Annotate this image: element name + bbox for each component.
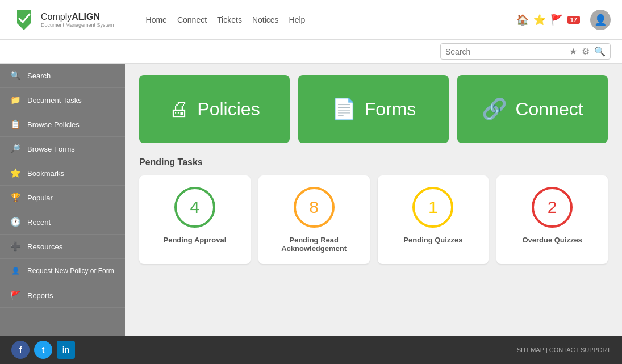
- forms-card[interactable]: 📄 Forms: [298, 75, 449, 143]
- task-card-pending-approval[interactable]: 4 Pending Approval: [139, 175, 251, 264]
- sidebar-item-request-new[interactable]: 👤 Request New Policy or Form: [0, 259, 125, 283]
- main-layout: 🔍 Search 📁 Document Tasks 📋 Browse Polic…: [0, 64, 622, 336]
- nav-connect[interactable]: Connect: [177, 15, 207, 24]
- sidebar-item-resources[interactable]: ➕ Resources: [0, 235, 125, 259]
- reports-icon: 🚩: [9, 289, 22, 302]
- task-card-overdue-quizzes[interactable]: 2 Overdue Quizzes: [496, 175, 608, 264]
- sidebar-item-document-tasks[interactable]: 📁 Document Tasks: [0, 88, 125, 112]
- browse-forms-icon: 🔎: [9, 143, 22, 155]
- sidebar-label-popular: Popular: [27, 194, 53, 202]
- bookmarks-icon: ⭐: [9, 167, 22, 179]
- home-icon[interactable]: 🏠: [516, 14, 529, 26]
- task-card-pending-read[interactable]: 8 Pending Read Acknowledgement: [258, 175, 370, 264]
- logo-text: ComplyALIGN: [41, 12, 114, 22]
- sidebar-label-recent: Recent: [27, 218, 51, 227]
- avatar[interactable]: 👤: [590, 10, 611, 30]
- facebook-icon[interactable]: f: [11, 341, 30, 359]
- resources-icon: ➕: [9, 240, 22, 253]
- content-area: 🖨 Policies 📄 Forms 🔗 Connect Pending Tas…: [125, 64, 622, 336]
- flag-icon[interactable]: 🚩: [550, 14, 563, 26]
- sidebar: 🔍 Search 📁 Document Tasks 📋 Browse Polic…: [0, 64, 125, 336]
- footer: f t in SITEMAP | CONTACT SUPPORT: [0, 336, 622, 364]
- sidebar-label-browse-policies: Browse Policies: [27, 120, 80, 129]
- sidebar-item-reports[interactable]: 🚩 Reports: [0, 283, 125, 308]
- label-pending-read: Pending Read Acknowledgement: [281, 236, 347, 253]
- star-icon[interactable]: ⭐: [533, 14, 546, 26]
- search-input[interactable]: [445, 47, 569, 56]
- circle-pending-read: 8: [294, 187, 335, 228]
- document-tasks-icon: 📁: [9, 94, 22, 106]
- connect-card[interactable]: 🔗 Connect: [457, 75, 608, 143]
- sidebar-label-search: Search: [27, 72, 51, 80]
- notification-badge[interactable]: 17: [567, 16, 580, 24]
- circle-pending-approval: 4: [174, 187, 215, 228]
- sidebar-label-resources: Resources: [27, 242, 62, 251]
- circle-pending-quizzes: 1: [412, 187, 453, 228]
- header: ComplyALIGN Document Management System H…: [0, 0, 622, 40]
- search-row: ★ ⚙ 🔍: [0, 40, 622, 64]
- sidebar-label-reports: Reports: [27, 291, 53, 300]
- policies-icon: 🖨: [169, 97, 189, 121]
- sidebar-label-browse-forms: Browse Forms: [27, 145, 75, 153]
- nav-help[interactable]: Help: [289, 15, 306, 24]
- sidebar-label-request: Request New Policy or Form: [27, 267, 114, 275]
- connect-icon: 🔗: [482, 97, 507, 121]
- logo-subtitle: Document Management System: [41, 22, 114, 28]
- nav-area: Home Connect Tickets Notices Help: [137, 15, 516, 24]
- twitter-icon[interactable]: t: [34, 341, 52, 359]
- forms-label: Forms: [365, 99, 416, 120]
- policies-label: Policies: [197, 99, 260, 120]
- sidebar-item-browse-policies[interactable]: 📋 Browse Policies: [0, 112, 125, 137]
- request-icon: 👤: [9, 265, 22, 277]
- sidebar-item-search[interactable]: 🔍 Search: [0, 64, 125, 88]
- footer-separator: |: [546, 346, 548, 353]
- connect-label: Connect: [515, 99, 583, 120]
- sidebar-item-popular[interactable]: 🏆 Popular: [0, 186, 125, 210]
- sidebar-label-document-tasks: Document Tasks: [27, 96, 82, 104]
- header-icons: 🏠 ⭐ 🚩 17: [516, 14, 580, 26]
- footer-links: SITEMAP | CONTACT SUPPORT: [517, 346, 611, 353]
- label-pending-quizzes: Pending Quizzes: [403, 236, 462, 244]
- footer-social: f t in: [11, 341, 75, 359]
- search-bar-container: ★ ⚙ 🔍: [440, 43, 611, 60]
- logo-area: ComplyALIGN Document Management System: [11, 0, 126, 39]
- task-card-pending-quizzes[interactable]: 1 Pending Quizzes: [378, 175, 489, 264]
- sidebar-item-bookmarks[interactable]: ⭐ Bookmarks: [0, 161, 125, 186]
- sidebar-label-bookmarks: Bookmarks: [27, 169, 64, 178]
- nav-tickets[interactable]: Tickets: [217, 15, 242, 24]
- linkedin-icon[interactable]: in: [57, 341, 75, 359]
- browse-policies-icon: 📋: [9, 118, 22, 131]
- recent-icon: 🕐: [9, 216, 22, 228]
- header-right: 🏠 ⭐ 🚩 17 👤: [516, 10, 611, 30]
- circle-overdue-quizzes: 2: [532, 187, 573, 228]
- forms-icon: 📄: [331, 97, 357, 121]
- bookmark-search-icon[interactable]: ★: [569, 46, 577, 57]
- popular-icon: 🏆: [9, 191, 22, 204]
- nav-notices[interactable]: Notices: [252, 15, 279, 24]
- nav-home[interactable]: Home: [146, 15, 167, 24]
- logo-icon: [11, 7, 36, 32]
- label-pending-approval: Pending Approval: [164, 236, 227, 244]
- big-cards: 🖨 Policies 📄 Forms 🔗 Connect: [139, 75, 608, 143]
- pending-tasks-title: Pending Tasks: [139, 157, 608, 168]
- sidebar-item-recent[interactable]: 🕐 Recent: [0, 210, 125, 235]
- search-sidebar-icon: 🔍: [9, 69, 22, 82]
- search-magnify-icon[interactable]: 🔍: [594, 46, 606, 57]
- contact-support-link[interactable]: CONTACT SUPPORT: [549, 346, 611, 353]
- sidebar-item-browse-forms[interactable]: 🔎 Browse Forms: [0, 137, 125, 161]
- task-cards: 4 Pending Approval 8 Pending Read Acknow…: [139, 175, 608, 264]
- policies-card[interactable]: 🖨 Policies: [139, 75, 290, 143]
- search-bar-icons: ★ ⚙ 🔍: [569, 46, 606, 57]
- label-overdue-quizzes: Overdue Quizzes: [522, 236, 582, 244]
- settings-search-icon[interactable]: ⚙: [582, 46, 590, 57]
- sitemap-link[interactable]: SITEMAP: [517, 346, 544, 353]
